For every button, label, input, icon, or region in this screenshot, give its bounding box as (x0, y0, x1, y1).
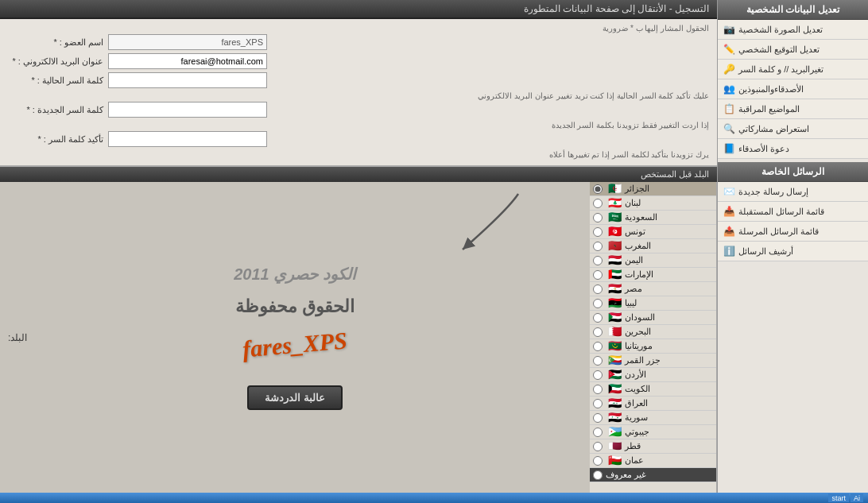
form-row-new-password: كلمة السر الجديدة : * (8, 102, 709, 118)
flag-saudi: 🇸🇦 (606, 212, 622, 222)
radio-syria[interactable] (593, 413, 603, 423)
main-container: تعديل البيانات الشخصية تعديل الصورة الشخ… (0, 0, 868, 493)
form-row-current-password: كلمة السر الحالية : * (8, 72, 709, 88)
sidebar-item-edit-photo[interactable]: تعديل الصورة الشخصية 📷 (718, 20, 868, 40)
radio-tunisia[interactable] (593, 227, 603, 237)
country-item-comoros[interactable]: جزر القمر 🇰🇲 (590, 354, 716, 368)
sidebar-item-new-message[interactable]: إرسال رسالة جديدة ✉️ (718, 182, 868, 202)
taskbar-item-start[interactable]: start (828, 493, 849, 502)
country-item-kuwait[interactable]: الكويت 🇰🇼 (590, 382, 716, 397)
country-item-morocco[interactable]: المغرب 🇲🇦 (590, 239, 716, 253)
flag-djibouti: 🇩🇯 (606, 427, 622, 437)
radio-oman[interactable] (593, 456, 603, 466)
form-row-username: اسم العضو : * (8, 34, 709, 50)
posts-icon: 🔍 (723, 122, 735, 135)
current-password-note: عليك تأكيد كلمة السر الحالية إذا كنت تري… (8, 91, 709, 100)
flag-jordan: 🇯🇴 (606, 370, 622, 380)
radio-morocco[interactable] (593, 242, 603, 251)
country-item-libya[interactable]: ليبيا 🇱🇾 (590, 296, 716, 311)
rights-text: الحقوق محفوظة (235, 296, 355, 317)
sidebar-item-change-email-password[interactable]: تغيرالبريد // و كلمة السر 🔑 (718, 60, 868, 79)
lower-area: الجزائر 🇩🇿 لبنان 🇱🇧 السعودية 🇸🇦 تونس (0, 182, 717, 493)
flag-iraq: 🇮🇶 (606, 398, 622, 408)
country-item-unknown[interactable]: غير معروف (590, 468, 716, 482)
bottom-taskbar: Ai start (0, 493, 868, 503)
country-item-bahrain[interactable]: البحرين 🇧🇭 (590, 325, 716, 339)
top-banner: التسجيل - الأنتقال إلى صفحة البيانات الم… (0, 0, 717, 19)
flag-lebanon: 🇱🇧 (606, 198, 622, 208)
country-item-qatar[interactable]: قطر 🇶🇦 (590, 439, 716, 454)
radio-iraq[interactable] (593, 399, 603, 408)
flag-bahrain: 🇧🇭 (606, 327, 622, 337)
country-item-djibouti[interactable]: جيبوتي 🇩🇯 (590, 425, 716, 439)
country-item-jordan[interactable]: الأردن 🇯🇴 (590, 368, 716, 382)
radio-sudan[interactable] (593, 313, 603, 323)
radio-jordan[interactable] (593, 370, 603, 380)
current-password-input[interactable] (108, 72, 267, 88)
topics-icon: 📋 (723, 103, 735, 115)
sidebar-item-friends[interactable]: الأصدقاءوالمنبوذين 👥 (718, 79, 868, 99)
country-item-oman[interactable]: عمان 🇴🇲 (590, 454, 716, 468)
country-item-uae[interactable]: الإمارات 🇦🇪 (590, 268, 716, 282)
flag-algeria: 🇩🇿 (606, 184, 622, 194)
sidebar-item-inbox[interactable]: قائمة الرسائل المستقبلة 📥 (718, 202, 868, 222)
country-item-mauritania[interactable]: موريتانيا 🇲🇷 (590, 339, 716, 354)
flag-syria: 🇸🇾 (606, 412, 622, 423)
country-item-algeria[interactable]: الجزائر 🇩🇿 (590, 182, 716, 196)
country-item-egypt[interactable]: مصر 🇪🇬 (590, 282, 716, 296)
required-note: الحقول المشار إليها ب * ضرورية (8, 24, 709, 33)
inbox-icon: 📥 (723, 205, 735, 218)
flag-qatar: 🇶🇦 (606, 441, 622, 451)
taskbar-item-ai[interactable]: Ai (851, 493, 863, 502)
radio-kuwait[interactable] (593, 385, 603, 394)
country-item-sudan[interactable]: السودان 🇸🇩 (590, 311, 716, 325)
new-password-note: إذا اردت التغيير فقط تزويدنا بكلمة السر … (8, 121, 709, 130)
radio-algeria[interactable] (593, 184, 603, 194)
sidebar-item-invite-friends[interactable]: دعوة الأصدقاء 📘 (718, 139, 868, 159)
chat-button[interactable]: عالبة الدردشة (247, 385, 343, 410)
sidebar-header-personal: تعديل البيانات الشخصية (718, 0, 868, 20)
sidebar-item-edit-signature[interactable]: تعديل التوقيع الشخصي ✏️ (718, 40, 868, 60)
radio-uae[interactable] (593, 270, 603, 280)
current-password-label: كلمة السر الحالية : * (8, 75, 103, 86)
sidebar-item-archive[interactable]: أرشيف الرسائل ℹ️ (718, 242, 868, 261)
radio-unknown[interactable] (593, 470, 603, 480)
radio-saudi[interactable] (593, 213, 603, 222)
sidebar-item-my-posts[interactable]: استعراض مشاركاتي 🔍 (718, 119, 868, 139)
flag-libya: 🇱🇾 (606, 298, 622, 308)
key-icon: 🔑 (723, 63, 735, 75)
invite-icon: 📘 (723, 142, 735, 155)
flag-comoros: 🇰🇲 (606, 355, 622, 366)
flag-uae: 🇦🇪 (606, 269, 622, 280)
radio-comoros[interactable] (593, 356, 603, 366)
new-password-input[interactable] (108, 102, 267, 118)
sidebar-item-sent[interactable]: قائمة الرسائل المرسلة 📤 (718, 222, 868, 242)
email-input[interactable] (108, 53, 267, 69)
radio-qatar[interactable] (593, 442, 603, 451)
sidebar-item-watched-topics[interactable]: المواضيع المراقبة 📋 (718, 99, 868, 119)
radio-egypt[interactable] (593, 284, 603, 294)
flag-tunisia: 🇹🇳 (606, 226, 622, 237)
country-item-iraq[interactable]: العراق 🇮🇶 (590, 397, 716, 411)
camera-icon: 📷 (723, 23, 735, 36)
radio-lebanon[interactable] (593, 199, 603, 208)
country-item-tunisia[interactable]: تونس 🇹🇳 (590, 225, 716, 239)
country-item-saudi[interactable]: السعودية 🇸🇦 (590, 211, 716, 225)
flag-oman: 🇴🇲 (606, 455, 622, 466)
radio-mauritania[interactable] (593, 342, 603, 351)
radio-libya[interactable] (593, 299, 603, 308)
country-item-lebanon[interactable]: لبنان 🇱🇧 (590, 196, 716, 211)
sidebar-header-messages: الرسائل الخاصة (718, 162, 868, 182)
username-label: اسم العضو : * (8, 37, 103, 48)
country-item-yemen[interactable]: اليمن 🇾🇪 (590, 253, 716, 268)
form-row-email: عنوان البريد الالكتروني : * (8, 53, 709, 69)
radio-djibouti[interactable] (593, 428, 603, 437)
flag-egypt: 🇪🇬 (606, 284, 622, 294)
radio-bahrain[interactable] (593, 327, 603, 337)
flag-mauritania: 🇲🇷 (606, 341, 622, 351)
country-item-syria[interactable]: سورية 🇸🇾 (590, 411, 716, 425)
radio-yemen[interactable] (593, 256, 603, 265)
confirm-password-input[interactable] (108, 131, 267, 147)
arrow-decoration (447, 190, 542, 261)
center-decorative-panel: البلد: الكود حصري 2011 الحقوق محفوظة (0, 182, 590, 493)
